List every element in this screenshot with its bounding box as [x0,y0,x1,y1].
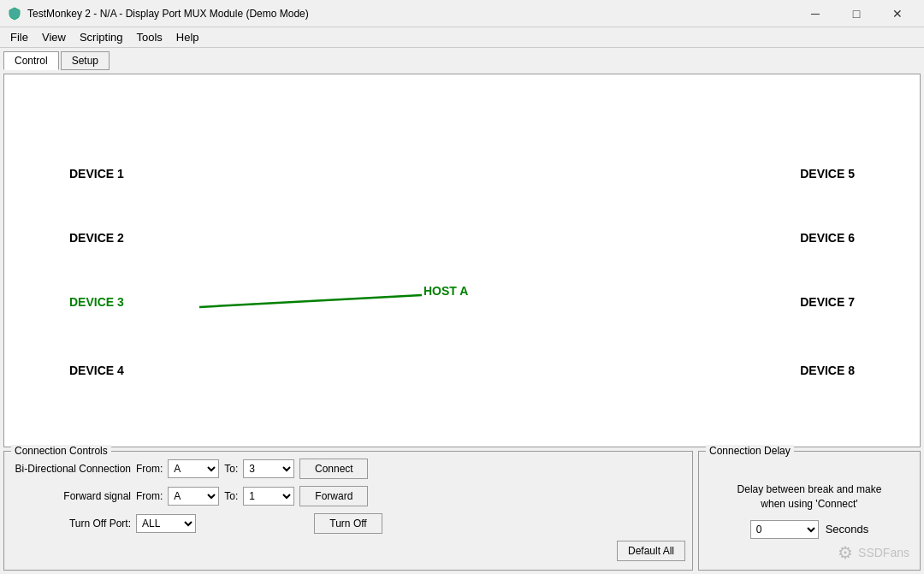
connection-controls-panel: Connection Controls Bi-Directional Conne… [3,451,693,571]
menu-file[interactable]: File [3,29,35,45]
device5-label: DEVICE 5 [800,167,855,180]
device3-label: DEVICE 3 [69,295,124,309]
bi-to-select[interactable]: 123 456 78 [243,459,294,478]
tab-control[interactable]: Control [3,51,59,70]
watermark: ⚙ SSDFans [838,542,909,563]
main-content: DEVICE 1 DEVICE 2 DEVICE 3 DEVICE 4 DEVI… [0,70,924,574]
device6-label: DEVICE 6 [800,231,855,245]
turnoff-row: Turn Off Port: ALL12 345 678 Turn Off [11,513,685,534]
svg-line-0 [199,295,422,307]
bidirectional-row: Bi-Directional Connection From: A B To: … [11,459,685,479]
delay-description: Delay between break and makewhen using '… [737,482,882,512]
menu-bar: File View Scripting Tools Help [0,27,924,48]
delay-input-row: 012 345 Seconds [750,520,869,539]
device1-label: DEVICE 1 [69,167,124,180]
fwd-from-label: From: [136,490,163,502]
menu-tools[interactable]: Tools [129,29,169,45]
bi-from-select[interactable]: A B [168,459,219,478]
connect-button[interactable]: Connect [299,459,368,479]
connection-delay-panel: Connection Delay Delay between break and… [698,451,921,571]
device4-label: DEVICE 4 [69,364,124,377]
fwd-to-select[interactable]: 123 456 78 [243,487,294,506]
device2-label: DEVICE 2 [69,231,124,245]
fwd-to-label: To: [224,490,238,502]
close-button[interactable]: ✕ [878,0,917,27]
watermark-text: SSDFans [858,546,909,559]
turnoff-label: Turn Off Port: [11,518,131,530]
delay-select[interactable]: 012 345 [750,520,819,539]
window-title: TestMonkey 2 - N/A - Display Port MUX Mo… [27,8,796,20]
maximize-button[interactable]: □ [837,0,876,27]
turnoff-select[interactable]: ALL12 345 678 [136,514,196,533]
device7-label: DEVICE 7 [800,295,855,309]
title-bar: TestMonkey 2 - N/A - Display Port MUX Mo… [0,0,924,27]
diagram-panel: DEVICE 1 DEVICE 2 DEVICE 3 DEVICE 4 DEVI… [3,74,921,447]
connection-line [4,74,920,447]
tab-setup[interactable]: Setup [61,51,110,70]
bidirectional-label: Bi-Directional Connection [11,463,131,475]
controls-area: Connection Controls Bi-Directional Conne… [3,451,921,571]
bi-to-label: To: [224,463,238,475]
watermark-icon: ⚙ [838,542,853,563]
forward-row: Forward signal From: A B To: 123 456 78 … [11,486,685,506]
tab-bar: Control Setup [0,48,924,70]
conn-delay-title: Connection Delay [706,445,794,457]
device8-label: DEVICE 8 [800,364,855,377]
defaultall-row: Default All [11,541,685,561]
bi-from-label: From: [136,463,163,475]
menu-help[interactable]: Help [169,29,206,45]
conn-controls-title: Connection Controls [11,445,111,457]
window-controls: ─ □ ✕ [796,0,917,27]
minimize-button[interactable]: ─ [796,0,835,27]
menu-scripting[interactable]: Scripting [73,29,130,45]
forward-label: Forward signal [11,490,131,502]
delay-unit-label: Seconds [826,523,869,536]
host-a-label: HOST A [424,284,468,298]
turnoff-button[interactable]: Turn Off [314,513,382,534]
forward-button[interactable]: Forward [299,486,368,506]
menu-view[interactable]: View [35,29,73,45]
app-icon [7,6,22,21]
default-all-button[interactable]: Default All [617,541,685,561]
fwd-from-select[interactable]: A B [168,487,219,506]
